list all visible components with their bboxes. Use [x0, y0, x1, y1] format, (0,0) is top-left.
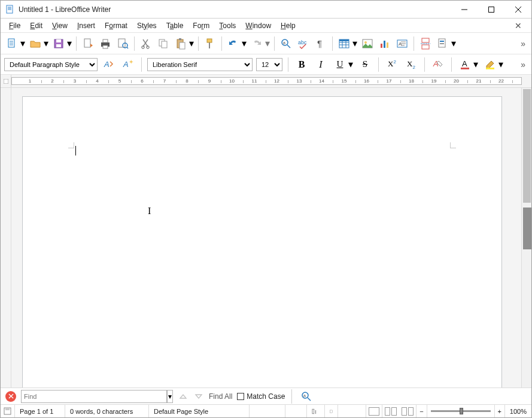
spellcheck-button[interactable]: abc	[296, 36, 311, 51]
status-empty	[338, 405, 366, 417]
insert-table-button[interactable]	[336, 36, 352, 51]
menu-styles[interactable]: Styles	[132, 20, 162, 31]
superscript-button[interactable]: X2	[384, 57, 400, 72]
italic-button[interactable]: I	[313, 57, 329, 72]
status-page-style[interactable]: Default Page Style	[149, 405, 250, 417]
undo-dropdown[interactable]: ▾	[241, 36, 247, 51]
new-button[interactable]	[4, 36, 20, 51]
underline-button[interactable]: U	[332, 57, 348, 72]
print-button[interactable]	[98, 36, 113, 51]
new-style-button[interactable]: A✦	[120, 57, 136, 72]
formatting-marks-button[interactable]: ¶	[313, 36, 329, 51]
find-input[interactable]	[21, 390, 167, 403]
save-button[interactable]	[51, 36, 66, 51]
find-options-button[interactable]: a	[299, 389, 314, 404]
open-dropdown[interactable]: ▾	[43, 36, 49, 51]
menu-tools[interactable]: Tools	[214, 20, 241, 31]
menu-insert[interactable]: Insert	[72, 20, 100, 31]
status-page[interactable]: Page 1 of 1	[15, 405, 65, 417]
status-words[interactable]: 0 words, 0 characters	[65, 405, 149, 417]
find-all-button[interactable]: Find All	[209, 392, 232, 401]
svg-text:A: A	[462, 59, 467, 68]
find-previous-button[interactable]	[178, 391, 189, 402]
title-bar: Untitled 1 - LibreOffice Writer	[1, 1, 531, 19]
zoom-out-button[interactable]: −	[417, 405, 427, 417]
undo-button[interactable]	[226, 36, 241, 51]
zoom-slider[interactable]	[431, 410, 491, 412]
close-button[interactable]	[504, 1, 531, 18]
view-book-button[interactable]	[399, 405, 417, 417]
copy-button[interactable]	[156, 36, 171, 51]
svg-rect-30	[180, 42, 185, 49]
find-close-button[interactable]	[5, 391, 16, 402]
status-language[interactable]	[250, 405, 285, 417]
page-break-button[interactable]	[418, 36, 433, 51]
font-size-combo[interactable]: 12 pt	[256, 58, 282, 71]
svg-rect-5	[488, 7, 494, 12]
font-color-dropdown[interactable]: ▾	[473, 57, 479, 72]
new-dropdown[interactable]: ▾	[20, 36, 26, 51]
subscript-button[interactable]: X2	[403, 57, 419, 72]
insert-chart-button[interactable]	[377, 36, 393, 51]
highlight-button[interactable]	[482, 57, 498, 72]
redo-dropdown[interactable]: ▾	[265, 36, 270, 51]
find-history-dropdown[interactable]: ▾	[167, 390, 173, 403]
menu-table[interactable]: Table	[162, 20, 189, 31]
view-single-page-button[interactable]	[366, 405, 382, 417]
open-button[interactable]	[28, 36, 43, 51]
scrollbar-thumb[interactable]	[523, 89, 531, 203]
font-color-button[interactable]: A	[457, 57, 473, 72]
document-page[interactable]: I	[22, 96, 502, 388]
checkbox-icon	[237, 393, 244, 400]
cut-button[interactable]	[138, 36, 154, 51]
match-case-checkbox[interactable]: Match Case	[237, 392, 285, 401]
highlight-dropdown[interactable]: ▾	[498, 57, 504, 72]
zoom-knob[interactable]	[460, 408, 463, 414]
status-save-icon[interactable]	[1, 405, 15, 417]
formatbar-more-button[interactable]: »	[521, 60, 528, 69]
minimize-button[interactable]	[451, 1, 478, 18]
vertical-ruler[interactable]	[1, 88, 11, 388]
svg-rect-54	[422, 38, 429, 42]
maximize-button[interactable]	[478, 1, 504, 18]
underline-dropdown[interactable]: ▾	[348, 57, 354, 72]
paragraph-style-combo[interactable]: Default Paragraph Style	[4, 58, 98, 71]
menu-format[interactable]: Format	[100, 20, 132, 31]
close-document-button[interactable]: ✕	[509, 21, 528, 30]
paste-dropdown[interactable]: ▾	[189, 36, 194, 51]
status-signature[interactable]	[325, 405, 338, 417]
print-preview-button[interactable]	[115, 36, 130, 51]
redo-button[interactable]	[249, 36, 265, 51]
font-name-combo[interactable]: Liberation Serif	[147, 58, 253, 71]
menu-view[interactable]: View	[47, 20, 72, 31]
view-multi-page-button[interactable]	[382, 405, 399, 417]
strikethrough-button[interactable]: S	[357, 57, 373, 72]
update-style-button[interactable]: A	[101, 57, 117, 72]
find-next-button[interactable]	[193, 391, 204, 402]
insert-textbox-button[interactable]: A	[394, 36, 410, 51]
status-insert-mode[interactable]	[285, 405, 307, 417]
insert-table-dropdown[interactable]: ▾	[352, 36, 358, 51]
insert-field-button[interactable]	[435, 36, 451, 51]
insert-image-button[interactable]	[360, 36, 375, 51]
menu-edit[interactable]: Edit	[25, 20, 47, 31]
zoom-value[interactable]: 100%	[505, 405, 531, 417]
menu-window[interactable]: Window	[241, 20, 276, 31]
horizontal-ruler[interactable]: 12345678910111213141516171819202122	[1, 75, 531, 88]
toolbar-more-button[interactable]: »	[521, 39, 528, 48]
menu-help[interactable]: Help	[276, 20, 300, 31]
save-dropdown[interactable]: ▾	[66, 36, 72, 51]
clear-formatting-button[interactable]: A	[430, 57, 446, 72]
menu-form[interactable]: Form	[188, 20, 214, 31]
zoom-in-button[interactable]: +	[494, 405, 505, 417]
clone-formatting-button[interactable]	[202, 36, 218, 51]
find-replace-button[interactable]: a	[278, 36, 294, 51]
insert-field-dropdown[interactable]: ▾	[451, 36, 457, 51]
bold-button[interactable]: B	[294, 57, 309, 72]
menu-file[interactable]: File	[4, 20, 25, 31]
sidebar-toggle[interactable]	[523, 208, 531, 249]
export-pdf-button[interactable]	[80, 36, 96, 51]
status-selection-mode[interactable]: I	[307, 405, 325, 417]
paste-button[interactable]	[173, 36, 189, 51]
document-viewport[interactable]: I	[11, 88, 521, 388]
